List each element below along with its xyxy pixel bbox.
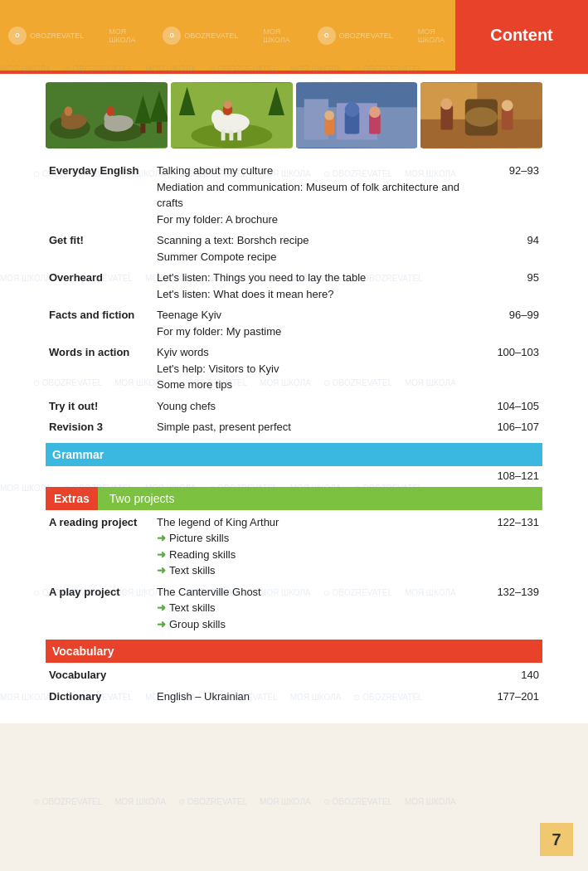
table-row: Revision 3 Simple past, present perfect … bbox=[46, 416, 542, 438]
brand-moya-3: МОЯ ШКОЛА bbox=[418, 27, 447, 44]
row-desc-text-2: For my folder: My pastime bbox=[157, 324, 473, 340]
row-desc: Let's listen: Things you need to lay the… bbox=[153, 267, 476, 304]
header: O OBOZREVATEL МОЯ ШКОЛА O OBOZREVATEL МО… bbox=[0, 0, 588, 71]
skill-item: ➜ Reading skills bbox=[157, 547, 473, 563]
vocabulary-header-label: Vocabulary bbox=[52, 645, 114, 658]
svg-point-16 bbox=[211, 109, 225, 126]
skill-item: ➜ Text skills bbox=[157, 562, 473, 579]
skill-label: Picture skills bbox=[169, 530, 229, 547]
row-desc: Young chefs bbox=[153, 396, 476, 417]
vocabulary-row-pages: 140 bbox=[476, 664, 542, 686]
row-desc: Kyiv words Let's help: Visitors to Kyiv … bbox=[153, 342, 476, 396]
play-project-row: A play project The Canterville Ghost ➜ T… bbox=[46, 581, 542, 635]
row-desc-text: Teenage Kyiv bbox=[157, 307, 473, 324]
grammar-section-header: Grammar bbox=[46, 443, 542, 466]
row-label: Get fit! bbox=[46, 230, 153, 267]
dictionary-row-pages: 177–201 bbox=[476, 686, 542, 708]
content-table: Everyday English Talking about my cultur… bbox=[46, 160, 542, 438]
svg-point-5 bbox=[65, 106, 73, 116]
main-content: Everyday English Talking about my cultur… bbox=[0, 157, 588, 723]
svg-point-29 bbox=[344, 102, 359, 117]
play-project-pages: 132–139 bbox=[476, 581, 542, 635]
arrow-icon: ➜ bbox=[157, 547, 166, 563]
logo-circle-3: O bbox=[318, 27, 336, 45]
extras-table: A reading project The legend of King Art… bbox=[46, 512, 542, 635]
skill-label: Text skills bbox=[169, 600, 216, 616]
reading-project-label: A reading project bbox=[46, 512, 153, 581]
row-label: Overheard bbox=[46, 267, 153, 304]
brand-oboz-2: OBOZREVATEL bbox=[184, 32, 238, 40]
svg-point-40 bbox=[441, 98, 453, 109]
logo-item-3: O OBOZREVATEL bbox=[163, 27, 238, 45]
reading-project-title: The legend of King Arthur bbox=[157, 514, 473, 531]
row-pages: 100–103 bbox=[476, 342, 542, 396]
brand-oboz-3: OBOZREVATEL bbox=[339, 32, 393, 40]
row-desc-text: Kyiv words bbox=[157, 344, 473, 361]
play-project-desc: The Canterville Ghost ➜ Text skills ➜ Gr… bbox=[153, 581, 476, 635]
reading-project-pages: 122–131 bbox=[476, 512, 542, 581]
arrow-icon: ➜ bbox=[157, 562, 166, 579]
row-label: Everyday English bbox=[46, 160, 153, 230]
row-desc-text-3: For my folder: A brochure bbox=[157, 212, 473, 228]
logo-circle: O bbox=[8, 27, 27, 45]
row-desc: Simple past, present perfect bbox=[153, 416, 476, 438]
logo-item-6: МОЯ ШКОЛА bbox=[418, 27, 447, 44]
svg-rect-19 bbox=[237, 129, 241, 141]
row-desc-text-2: Mediation and communication: Museum of f… bbox=[157, 179, 473, 212]
table-row: Get fit! Scanning a text: Borshch recipe… bbox=[46, 230, 542, 267]
skill-item: ➜ Picture skills bbox=[157, 530, 473, 547]
svg-point-21 bbox=[223, 100, 231, 109]
vocabulary-section-header: Vocabulary bbox=[46, 640, 542, 663]
row-pages: 96–99 bbox=[476, 304, 542, 342]
arrow-icon: ➜ bbox=[157, 600, 166, 616]
reading-project-desc: The legend of King Arthur ➜ Picture skil… bbox=[153, 512, 476, 581]
vocabulary-row-desc bbox=[153, 664, 476, 686]
svg-point-33 bbox=[324, 110, 334, 120]
skill-label: Group skills bbox=[169, 616, 226, 633]
row-desc-text-2: Let's help: Visitors to Kyiv bbox=[157, 361, 473, 377]
table-row: Everyday English Talking about my cultur… bbox=[46, 160, 542, 230]
svg-rect-18 bbox=[229, 130, 233, 141]
row-desc-text-2: Summer Compote recipe bbox=[157, 249, 473, 265]
svg-point-8 bbox=[106, 106, 114, 116]
table-row: Try it out! Young chefs 104–105 bbox=[46, 396, 542, 417]
row-desc-text-2: Let's listen: What does it mean here? bbox=[157, 286, 473, 303]
page-number-text: 7 bbox=[552, 830, 561, 849]
logo-item-2: МОЯ ШКОЛА bbox=[109, 27, 138, 44]
skill-item: ➜ Group skills bbox=[157, 616, 473, 633]
reading-project-row: A reading project The legend of King Art… bbox=[46, 512, 542, 581]
logo-item-5: O OBOZREVATEL bbox=[318, 27, 393, 45]
row-label: Facts and fiction bbox=[46, 304, 153, 342]
brand-moya: МОЯ ШКОЛА bbox=[109, 27, 138, 44]
row-desc-text: Talking about my culture bbox=[157, 163, 473, 179]
dictionary-row-desc: English – Ukrainian bbox=[153, 686, 476, 708]
grammar-label: Grammar bbox=[52, 448, 104, 461]
arrow-icon: ➜ bbox=[157, 530, 166, 547]
skill-label: Reading skills bbox=[169, 547, 236, 563]
image-1 bbox=[46, 82, 168, 148]
table-row: Words in action Kyiv words Let's help: V… bbox=[46, 342, 542, 396]
svg-rect-12 bbox=[157, 122, 162, 134]
dictionary-row: Dictionary English – Ukrainian 177–201 bbox=[46, 686, 542, 708]
table-row: Facts and fiction Teenage Kyiv For my fo… bbox=[46, 304, 542, 342]
logo-circle-2: O bbox=[163, 27, 181, 45]
brand-moya-2: МОЯ ШКОЛА bbox=[264, 27, 293, 44]
vocabulary-row: Vocabulary 140 bbox=[46, 664, 542, 686]
play-project-title: The Canterville Ghost bbox=[157, 584, 473, 601]
header-logos: O OBOZREVATEL МОЯ ШКОЛА O OBOZREVATEL МО… bbox=[0, 0, 455, 71]
svg-rect-11 bbox=[140, 124, 145, 134]
logo-item: O OBOZREVATEL bbox=[8, 27, 84, 45]
skill-item: ➜ Text skills bbox=[157, 600, 473, 616]
play-project-label: A play project bbox=[46, 581, 153, 635]
row-label: Words in action bbox=[46, 342, 153, 396]
svg-point-31 bbox=[369, 106, 381, 118]
row-label: Try it out! bbox=[46, 396, 153, 417]
dictionary-row-label: Dictionary bbox=[46, 686, 153, 708]
row-desc: Teenage Kyiv For my folder: My pastime bbox=[153, 304, 476, 342]
vocabulary-row-label: Vocabulary bbox=[46, 664, 153, 686]
extras-sublabel: Two projects bbox=[98, 487, 542, 510]
row-desc-text-3: Some more tips bbox=[157, 377, 473, 393]
images-strip bbox=[0, 74, 588, 157]
row-pages: 92–93 bbox=[476, 160, 542, 230]
content-tab: Content bbox=[455, 0, 588, 71]
